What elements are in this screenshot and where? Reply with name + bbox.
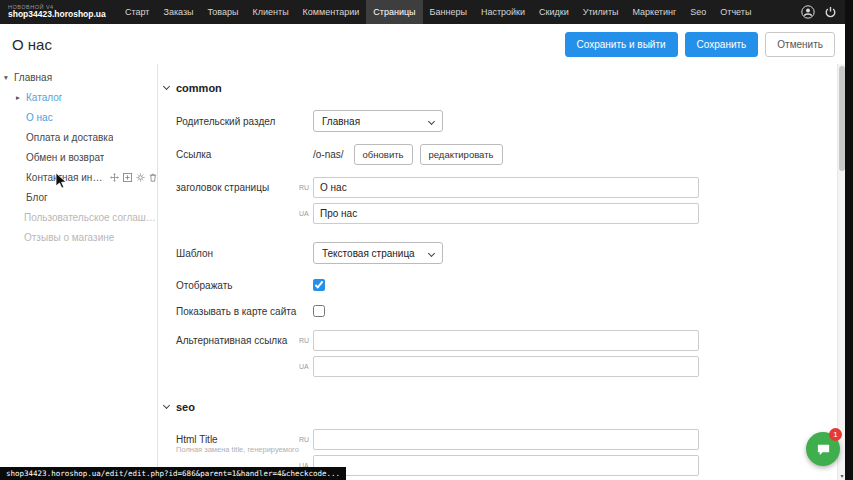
menu-item-seo[interactable]: Seo [683,0,713,24]
tree-item-label: Отзывы о магазине [24,232,114,243]
page-title-ua-row: UA [159,203,837,224]
menu-item-pages[interactable]: Страницы [366,0,422,24]
account-icon[interactable] [801,5,815,19]
lang-ru-label: RU [299,337,313,344]
section-common-title: common [176,82,222,94]
admin-window: НОВОВНОЙ V4 shop34423.horoshop.ua Старт … [0,0,853,480]
tree-item-about[interactable]: О нас [0,107,157,127]
display-row: Отображать [159,279,837,291]
chat-notification-badge: 1 [829,428,842,441]
link-row: Ссылка /o-nas/ обновить редактировать [159,144,837,165]
parent-section-select[interactable]: Главная [313,110,443,132]
delete-trash-icon[interactable] [149,173,157,182]
tree-item-contact-info[interactable]: Контактная инфор [0,167,157,187]
chevron-down-icon [163,83,170,90]
chevron-down-icon: ▾ [4,73,14,82]
page-header: О нас Сохранить и выйти Сохранить Отмени… [0,24,845,64]
menu-item-marketing[interactable]: Маркетинг [625,0,683,24]
lang-ua-label: UA [299,363,313,370]
alt-link-label: Альтернативная ссылка [159,335,299,346]
parent-section-row: Родительский раздел Главная [159,110,837,132]
tree-item-store-reviews[interactable]: Отзывы о магазине [0,227,157,247]
section-seo-title: seo [176,401,195,413]
alt-link-ru-row: Альтернативная ссылка RU [159,330,837,351]
tree-item-label: О нас [26,112,53,123]
page-title-ua-input[interactable] [313,203,699,224]
link-label: Ссылка [159,149,299,160]
menu-item-start[interactable]: Старт [118,0,156,24]
tree-item-catalog[interactable]: ▸ Каталог [0,87,157,107]
section-common-header[interactable]: common [164,82,837,94]
cancel-button[interactable]: Отменить [765,32,835,57]
chevron-right-icon: ▸ [16,93,26,102]
tree-item-user-agreement[interactable]: Пользовательское соглашение [0,207,157,227]
template-label: Шаблон [159,248,299,259]
sitemap-label: Показывать в карте сайта [159,306,299,317]
link-value: /o-nas/ [313,149,344,160]
menu-item-banners[interactable]: Баннеры [423,0,474,24]
tree-item-label: Пользовательское соглашение [24,212,157,223]
menu-item-products[interactable]: Товары [201,0,246,24]
menu-item-clients[interactable]: Клиенты [246,0,296,24]
save-button[interactable]: Сохранить [685,32,759,57]
lang-ru-label: RU [299,436,313,443]
tree-item-label: Каталог [26,92,62,103]
header-actions: Сохранить и выйти Сохранить Отменить [565,32,846,57]
menu-item-reports[interactable]: Отчеты [713,0,758,24]
tree-item-label: Обмен и возврат [26,152,104,163]
alt-link-ru-input[interactable] [313,330,699,351]
chevron-down-icon [428,250,435,257]
page-title-ru-input[interactable] [313,177,699,198]
page-title: О нас [0,36,52,53]
support-chat-button[interactable]: 1 [806,432,840,466]
parent-section-label: Родительский раздел [159,116,299,127]
tree-item-home[interactable]: ▾ Главная [0,67,157,87]
menu-item-orders[interactable]: Заказы [156,0,200,24]
add-page-icon[interactable] [123,173,132,182]
sitemap-checkbox[interactable] [313,305,325,317]
tree-item-label: Контактная инфор [26,172,105,183]
logout-icon[interactable] [824,6,837,19]
alt-link-ua-row: UA [159,356,837,377]
logo[interactable]: НОВОВНОЙ V4 shop34423.horoshop.ua [0,5,118,20]
page-title-ru-row: заголовок страницы RU [159,177,837,198]
screen-right-edge [845,0,853,480]
link-preview-statusbar: shop34423.horoshop.ua/edit/edit.php?id=6… [0,467,346,480]
menu-item-comments[interactable]: Комментарии [296,0,367,24]
pages-tree-sidebar: ▾ Главная ▸ Каталог О нас Оплата и доста… [0,64,158,480]
html-title-ua-input[interactable] [313,455,699,476]
html-title-ru-row: Html Title Полная замена title, генериру… [159,429,837,450]
html-title-ru-input[interactable] [313,429,699,450]
main-menu: Старт Заказы Товары Клиенты Комментарии … [118,0,758,24]
template-value: Текстовая страница [322,248,415,259]
tree-item-label: Блог [26,192,48,203]
shop-domain-label: shop34423.horoshop.ua [8,10,118,19]
page-title-label: заголовок страницы [159,182,299,193]
tree-item-label: Оплата и доставка [26,132,113,143]
template-select[interactable]: Текстовая страница [313,242,443,264]
section-seo-header[interactable]: seo [164,401,837,413]
template-row: Шаблон Текстовая страница [159,242,837,264]
move-icon[interactable] [110,173,119,182]
menu-item-discounts[interactable]: Скидки [532,0,576,24]
html-title-hint: Полная замена title, генерируемого [176,445,299,454]
chat-icon [816,442,831,457]
tree-item-label: Главная [14,72,52,83]
parent-section-value: Главная [322,116,360,127]
save-and-exit-button[interactable]: Сохранить и выйти [565,32,678,57]
vertical-scrollbar[interactable]: ▾ [837,64,845,480]
settings-gear-icon[interactable] [136,173,145,182]
tree-item-hover-actions [110,173,157,182]
menu-item-settings[interactable]: Настройки [474,0,532,24]
link-edit-button[interactable]: редактировать [420,144,503,165]
tree-item-exchange-return[interactable]: Обмен и возврат [0,147,157,167]
lang-ua-label: UA [299,210,313,217]
menu-item-utilities[interactable]: Утилиты [576,0,626,24]
display-checkbox[interactable] [313,279,325,291]
tree-item-payment-delivery[interactable]: Оплата и доставка [0,127,157,147]
tree-item-blog[interactable]: Блог [0,187,157,207]
html-title-label: Html Title Полная замена title, генериру… [159,434,299,445]
topbar: НОВОВНОЙ V4 shop34423.horoshop.ua Старт … [0,0,853,24]
alt-link-ua-input[interactable] [313,356,699,377]
link-refresh-button[interactable]: обновить [354,144,413,165]
